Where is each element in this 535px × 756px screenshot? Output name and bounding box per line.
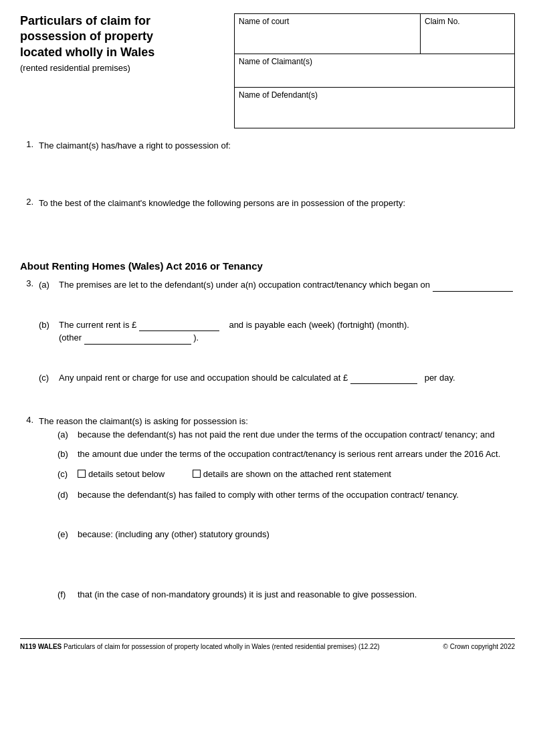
header-section: Particulars of claim for possession of p…: [20, 13, 515, 128]
item-4-intro: The reason the claimant(s) is asking for…: [39, 416, 248, 426]
item-3: 3. (a) The premises are let to the defen…: [20, 278, 515, 411]
item-3-number: 3.: [20, 278, 33, 411]
item-4e-text: because: (including any (other) statutor…: [78, 529, 270, 539]
claimant-label: Name of Claimant(s): [239, 57, 312, 66]
item-3c: (c) Any unpaid rent or charge for use an…: [39, 371, 515, 405]
checkbox-rent-statement-box[interactable]: [193, 470, 201, 478]
item-1-text: The claimant(s) has/have a right to poss…: [39, 140, 231, 151]
defendant-label: Name of Defendant(s): [239, 90, 318, 100]
item-1-number: 1.: [20, 139, 33, 193]
item-4b-label: (b): [58, 448, 74, 461]
item-3a: (a) The premises are let to the defendan…: [39, 278, 515, 312]
claim-no-label: Claim No.: [425, 17, 460, 26]
subtitle: (rented residential premises): [20, 63, 221, 73]
court-name-cell: Name of court: [235, 14, 421, 54]
item-4f-label: (f): [58, 588, 74, 601]
item-3b-other-input[interactable]: [84, 334, 191, 345]
court-info-block: Name of court Claim No. Name of Claimant…: [234, 13, 515, 128]
item-3b-label: (b): [39, 318, 55, 365]
claim-no-cell: Claim No.: [421, 14, 514, 54]
item-4e: (e) because: (including any (other) stat…: [58, 528, 515, 581]
item-3c-pre: Any unpaid rent or charge for use and oc…: [59, 373, 348, 383]
court-top-row: Name of court Claim No.: [235, 14, 514, 54]
item-4c: (c) details setout below details are sho…: [58, 468, 515, 482]
item-3b-other-post: ).: [193, 333, 199, 343]
item-4a-label: (a): [58, 428, 74, 442]
item-2-text: To the best of the claimant's knowledge …: [39, 198, 405, 208]
checkbox-rent-statement[interactable]: details are shown on the attached rent s…: [193, 468, 391, 481]
defendant-cell: Name of Defendant(s): [235, 88, 514, 128]
item-2-blank: [39, 209, 515, 250]
footer-reference: N119 WALES Particulars of claim for poss…: [20, 643, 380, 650]
item-3b-amount-input[interactable]: [139, 320, 219, 331]
item-3a-input[interactable]: [433, 281, 513, 292]
item-3c-label: (c): [39, 371, 55, 405]
item-3b: (b) The current rent is £ and is payable…: [39, 318, 515, 365]
checkbox-details-below[interactable]: details setout below: [78, 468, 165, 481]
item-4b: (b) the amount due under the terms of th…: [58, 448, 515, 461]
item-3c-post: per day.: [425, 373, 455, 383]
section-heading: About Renting Homes (Wales) Act 2016 or …: [20, 260, 515, 272]
item-3a-label: (a): [39, 278, 55, 312]
claimant-cell: Name of Claimant(s): [235, 54, 514, 88]
item-4d-text: because the defendant(s) has failed to c…: [78, 488, 515, 502]
title-block: Particulars of claim for possession of p…: [20, 13, 234, 128]
item-4-number: 4.: [20, 415, 33, 607]
item-3b-pre: The current rent is £: [59, 320, 136, 330]
checkbox-details-below-box[interactable]: [78, 470, 86, 478]
item-3b-mid: and is payable each (week) (fortnight) (…: [229, 320, 409, 330]
footer-copyright: © Crown copyright 2022: [443, 643, 515, 650]
item-4f: (f) that (in the case of non-mandatory g…: [58, 588, 515, 601]
checkbox-rent-statement-label: details are shown on the attached rent s…: [203, 468, 391, 481]
item-4b-text: the amount due under the terms of the oc…: [78, 448, 515, 461]
item-4f-text: that (in the case of non-mandatory groun…: [78, 588, 515, 601]
item-3a-text: The premises are let to the defendant(s)…: [59, 280, 430, 290]
item-4a-text: because the defendant(s) has not paid th…: [78, 428, 515, 442]
court-name-label: Name of court: [239, 17, 289, 26]
checkbox-details-below-label: details setout below: [88, 468, 165, 481]
main-title: Particulars of claim for possession of p…: [20, 13, 221, 60]
item-1: 1. The claimant(s) has/have a right to p…: [20, 139, 515, 193]
item-4e-label: (e): [58, 528, 74, 581]
item-4d-label: (d): [58, 488, 74, 502]
item-2-number: 2.: [20, 197, 33, 250]
footer: N119 WALES Particulars of claim for poss…: [20, 638, 515, 650]
item-1-blank: [39, 153, 515, 193]
item-4a: (a) because the defendant(s) has not pai…: [58, 428, 515, 442]
item-4d: (d) because the defendant(s) has failed …: [58, 488, 515, 502]
item-4: 4. The reason the claimant(s) is asking …: [20, 415, 515, 607]
item-2: 2. To the best of the claimant's knowled…: [20, 197, 515, 250]
item-4e-blank: [78, 541, 515, 581]
item-3c-input[interactable]: [350, 373, 417, 384]
item-3b-other-pre: (other: [59, 333, 82, 343]
item-4c-label: (c): [58, 468, 74, 482]
